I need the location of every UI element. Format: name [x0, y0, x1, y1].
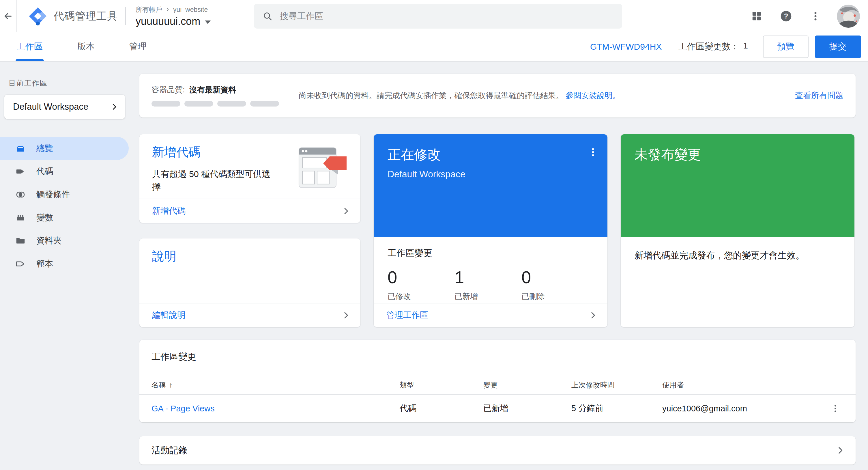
variable-icon	[15, 212, 26, 223]
quality-label: 容器品質:	[152, 85, 185, 94]
gtm-logo-icon	[28, 7, 47, 26]
submit-button[interactable]: 提交	[815, 35, 861, 58]
change-item-user: yuice1006@gmail.com	[662, 404, 826, 413]
sidebar-item-tags[interactable]: 代碼	[0, 160, 134, 183]
change-item-type: 代碼	[400, 403, 483, 414]
search-icon	[262, 11, 272, 21]
quality-summary: 容器品質: 沒有最新資料	[152, 85, 287, 107]
arrow-left-icon	[3, 11, 13, 21]
folder-icon	[15, 235, 26, 246]
unpublished-description: 新增代碼並完成發布，您的變更才會生效。	[621, 237, 855, 327]
new-tag-card: 新增代碼 共有超過 50 種代碼類型可供選擇	[140, 134, 361, 223]
gtm-workspace-page: 代碼管理工具 所有帳戶 yui_website yuuuuuui.com ?	[0, 0, 868, 470]
container-id-link[interactable]: GTM-WFWD94HX	[590, 42, 662, 52]
workspace-selector[interactable]: Default Workspace	[4, 95, 125, 119]
column-type[interactable]: 類型	[400, 380, 483, 390]
chevron-right-icon	[341, 206, 351, 216]
breadcrumb-account: yui_website	[173, 6, 208, 13]
more-vertical-icon	[588, 147, 598, 157]
tabs: 工作區 版本 管理	[16, 32, 148, 61]
chevron-right-icon	[110, 102, 119, 111]
template-icon	[15, 258, 26, 269]
container-domain: yuuuuuui.com	[135, 15, 200, 27]
tab-versions[interactable]: 版本	[76, 32, 96, 61]
description-title: 說明	[152, 248, 349, 264]
container-tabbar: 工作區 版本 管理 GTM-WFWD94HX 工作區變更數： 1 預覽 提交	[0, 32, 868, 61]
main-panel: 容器品質: 沒有最新資料 尚未收到代碼的資料。請完成代碼安插作業，確保您取得最準…	[140, 62, 856, 465]
chevron-right-icon	[835, 445, 845, 455]
app-title: 代碼管理工具	[54, 9, 118, 23]
view-all-issues-link[interactable]: 查看所有問題	[795, 90, 843, 101]
container-quality-banner: 容器品質: 沒有最新資料 尚未收到代碼的資料。請完成代碼安插作業，確保您取得最準…	[140, 74, 856, 117]
chevron-right-icon	[341, 311, 351, 320]
sidebar-item-triggers[interactable]: 觸發條件	[0, 183, 134, 206]
more-vertical-icon	[810, 11, 821, 22]
workspace-changes-title: 工作區變更	[388, 247, 594, 259]
trigger-icon	[15, 189, 26, 200]
workspace-changes-stats: 0 已修改 1 已新增 0 已刪除	[388, 267, 594, 302]
stat-modified: 0 已修改	[388, 267, 455, 302]
stat-added: 1 已新增	[455, 267, 521, 302]
now-editing-card: 正在修改 Default Workspace 工作區變更 0	[374, 134, 608, 327]
sidebar-menu: 總覽 代碼 觸發條件 變數 資料夾	[0, 137, 134, 275]
new-tag-footer-button[interactable]: 新增代碼	[140, 199, 361, 223]
table-header-row: 名稱 ↑ 類型 變更 上次修改時間 使用者	[140, 376, 856, 394]
user-avatar[interactable]	[837, 5, 860, 28]
more-options-button[interactable]	[807, 8, 824, 24]
sidebar-item-folders[interactable]: 資料夾	[0, 229, 134, 252]
account-switcher[interactable]: 所有帳戶 yui_website yuuuuuui.com	[135, 5, 211, 27]
app-header: 代碼管理工具 所有帳戶 yui_website yuuuuuui.com ?	[0, 0, 868, 32]
header-actions: ?	[748, 0, 860, 32]
back-button[interactable]	[0, 0, 16, 32]
edit-description-button[interactable]: 編輯說明	[140, 303, 361, 327]
more-vertical-icon	[831, 404, 840, 413]
preview-button[interactable]: 預覽	[763, 35, 809, 58]
tab-admin[interactable]: 管理	[128, 32, 148, 61]
content-area: 目前工作區 Default Workspace 總覽 代碼 觸發條件	[0, 62, 868, 470]
tag-illustration	[298, 145, 350, 191]
quality-meter-segment	[152, 101, 180, 107]
changes-count-value: 1	[743, 41, 748, 53]
sidebar: 目前工作區 Default Workspace 總覽 代碼 觸發條件	[0, 62, 134, 470]
column-name[interactable]: 名稱 ↑	[152, 380, 400, 390]
search-input[interactable]	[280, 11, 614, 21]
row-menu-button[interactable]	[827, 401, 843, 417]
help-icon: ?	[780, 10, 793, 23]
column-last-modified[interactable]: 上次修改時間	[571, 380, 662, 390]
workspace-search	[254, 4, 622, 29]
workspace-changes-table: 工作區變更 名稱 ↑ 類型 變更 上次修改時間 使用者 GA - Page Vi…	[140, 340, 856, 422]
quality-meter-segment	[184, 101, 213, 107]
sidebar-item-overview[interactable]: 總覽	[0, 137, 129, 160]
install-guide-link[interactable]: 參閱安裝說明。	[566, 91, 620, 100]
stat-deleted: 0 已刪除	[521, 267, 588, 302]
column-change[interactable]: 變更	[483, 380, 571, 390]
sidebar-item-templates[interactable]: 範本	[0, 252, 134, 275]
quality-meter-segment	[250, 101, 279, 107]
workspace-grid-button[interactable]	[748, 8, 765, 24]
change-item-link[interactable]: GA - Page Views	[152, 404, 215, 413]
workspace-changes-count: 工作區變更數： 1	[678, 41, 748, 53]
chevron-right-icon	[588, 311, 598, 320]
current-workspace-label: 目前工作區	[9, 78, 134, 88]
sidebar-item-variables[interactable]: 變數	[0, 206, 134, 229]
quality-value: 沒有最新資料	[189, 85, 236, 94]
column-user[interactable]: 使用者	[662, 380, 826, 390]
change-item-change: 已新增	[483, 403, 571, 414]
unpublished-title: 未發布變更	[634, 146, 843, 164]
quality-meter-segment	[217, 101, 246, 107]
tab-workspace[interactable]: 工作區	[16, 32, 44, 61]
tabbar-actions: GTM-WFWD94HX 工作區變更數： 1 預覽 提交	[590, 32, 861, 61]
tag-icon	[15, 166, 26, 177]
grid-icon	[751, 11, 762, 22]
new-tag-description: 共有超過 50 種代碼類型可供選擇	[152, 168, 273, 193]
editing-card-menu-button[interactable]	[585, 144, 601, 160]
breadcrumb: 所有帳戶 yui_website	[135, 5, 211, 14]
manage-workspace-button[interactable]: 管理工作區	[374, 303, 608, 327]
help-button[interactable]: ?	[778, 8, 794, 24]
description-card: 說明 編輯說明	[140, 238, 361, 327]
activity-log-card[interactable]: 活動記錄	[140, 436, 856, 465]
sort-ascending-icon: ↑	[169, 381, 173, 389]
activity-log-title: 活動記錄	[152, 444, 835, 457]
table-title: 工作區變更	[140, 351, 856, 363]
breadcrumb-all-accounts: 所有帳戶	[135, 5, 162, 14]
